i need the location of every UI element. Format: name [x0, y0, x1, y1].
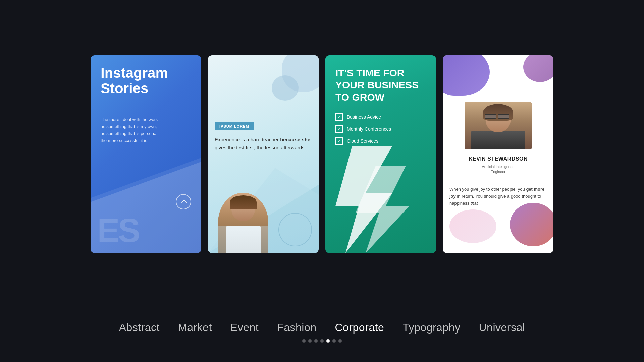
nav-dot [338, 339, 342, 343]
card-universal[interactable]: KEVIN STEWARDSON Artificial Intelligence… [443, 55, 553, 253]
list-item-label: Business Advice [347, 114, 381, 120]
nav-dot [332, 339, 336, 343]
nav-dot [302, 339, 306, 343]
checkbox-icon: ✓ [335, 125, 343, 133]
tab-fashion[interactable]: Fashion [277, 321, 316, 334]
card-2-circle-deco [278, 213, 312, 246]
cards-area: Instagram Stories The more I deal with t… [0, 0, 644, 302]
card-2-person-image [218, 193, 268, 253]
card-instagram-stories[interactable]: Instagram Stories The more I deal with t… [91, 55, 201, 253]
nav-dot-active [326, 339, 330, 343]
card-4-person-title: Artificial IntelligenceEngineer [443, 164, 553, 175]
nav-tabs: Abstract Market Event Fashion Corporate … [119, 321, 525, 334]
tab-typography[interactable]: Typography [402, 321, 460, 334]
card-3-arrow-decoration [325, 146, 436, 253]
list-item: ✓ Cloud Services [335, 137, 426, 145]
card-3-headline: IT'S TIME FOR YOUR BUSINESS TO GROW [335, 67, 426, 103]
checkbox-icon: ✓ [335, 113, 343, 121]
chevron-up-icon [181, 200, 187, 205]
card-4-quote: When you give joy to other people, you g… [449, 186, 547, 207]
card-1-body: The more I deal with the work as somethi… [101, 116, 161, 144]
card-4-blob-pink [449, 209, 496, 243]
card-2-blob2 [272, 75, 299, 101]
tab-market[interactable]: Market [178, 321, 212, 334]
checkbox-icon: ✓ [335, 137, 343, 145]
nav-dot [308, 339, 312, 343]
tab-corporate[interactable]: Corporate [335, 321, 384, 334]
card-3-list: ✓ Business Advice ✓ Monthly Conferences … [335, 113, 426, 145]
card-4-blob-purple [510, 203, 553, 246]
list-item-label: Monthly Conferences [347, 126, 391, 132]
app-container: Instagram Stories The more I deal with t… [0, 0, 644, 362]
card-2-badge: IPSUM LOREM [215, 122, 254, 130]
bottom-nav: Abstract Market Event Fashion Corporate … [0, 302, 644, 362]
card-2-text: Experience is a hard teacher because she… [215, 136, 312, 152]
tab-abstract[interactable]: Abstract [119, 321, 160, 334]
card-4-blob-top-right [523, 55, 553, 82]
card-1-watermark: ES [97, 211, 139, 250]
card-4-person-name: KEVIN STEWARDSON [443, 156, 553, 162]
list-item: ✓ Monthly Conferences [335, 125, 426, 133]
list-item-label: Cloud Services [347, 138, 378, 144]
card-4-person-image [465, 102, 532, 149]
tab-event[interactable]: Event [230, 321, 259, 334]
card-market[interactable]: IPSUM LOREM Experience is a hard teacher… [208, 55, 319, 253]
card-corporate[interactable]: IT'S TIME FOR YOUR BUSINESS TO GROW ✓ Bu… [325, 55, 436, 253]
nav-dot [320, 339, 324, 343]
nav-dot [314, 339, 318, 343]
list-item: ✓ Business Advice [335, 113, 426, 121]
card-4-blob-top-left [443, 55, 490, 96]
card-1-scroll-btn[interactable] [176, 194, 191, 209]
tab-universal[interactable]: Universal [479, 321, 525, 334]
card-1-title: Instagram Stories [101, 65, 191, 96]
nav-indicator [302, 339, 342, 343]
